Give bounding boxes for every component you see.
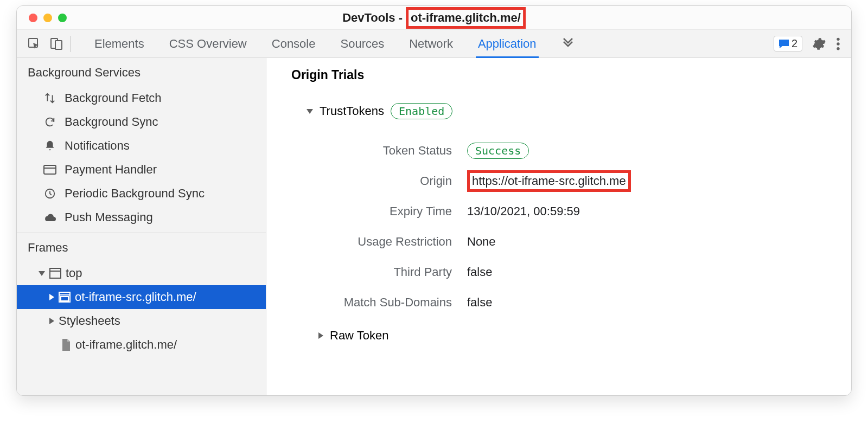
tab-elements[interactable]: Elements (94, 30, 144, 57)
tab-network[interactable]: Network (409, 30, 453, 57)
title-prefix: DevTools - (342, 11, 403, 25)
chevron-right-icon (318, 332, 323, 339)
detail-value: false (467, 265, 492, 279)
bg-services-title: Background Services (17, 58, 266, 86)
toolbar-right: 2 (774, 36, 840, 52)
trial-name: TrustTokens (320, 104, 384, 118)
raw-token-row[interactable]: Raw Token (318, 329, 829, 343)
detail-label: Expiry Time (288, 204, 467, 218)
sidebar-item-label: Push Messaging (65, 210, 153, 224)
frame-top[interactable]: top (17, 261, 266, 285)
cloud-icon (43, 213, 57, 222)
sidebar-item-label: Notifications (65, 139, 130, 153)
frame-label: Stylesheets (59, 314, 120, 328)
row-third-party: Third Party false (288, 257, 829, 287)
arrows-updown-icon (43, 92, 57, 104)
body: Background Services Background Fetch Bac… (17, 58, 851, 395)
svg-rect-13 (61, 297, 68, 301)
bell-icon (43, 140, 57, 152)
detail-value: 13/10/2021, 00:59:59 (467, 204, 580, 218)
tab-application[interactable]: Application (478, 30, 537, 57)
detail-label: Origin (288, 174, 467, 188)
chevron-down-icon (39, 271, 45, 276)
detail-label: Token Status (288, 144, 467, 158)
tab-css-overview[interactable]: CSS Overview (169, 30, 247, 57)
frame-stylesheets[interactable]: Stylesheets (17, 309, 266, 333)
device-toggle-icon[interactable] (50, 37, 62, 50)
chevron-right-icon (49, 318, 54, 324)
svg-rect-2 (55, 41, 62, 49)
trial-row[interactable]: TrustTokens Enabled (307, 103, 829, 119)
row-usage-restriction: Usage Restriction None (288, 227, 829, 257)
sidebar: Background Services Background Fetch Bac… (17, 58, 266, 395)
row-expiry: Expiry Time 13/10/2021, 00:59:59 (288, 196, 829, 227)
svg-point-4 (837, 42, 839, 45)
file-icon (61, 339, 71, 351)
sidebar-item-background-fetch[interactable]: Background Fetch (17, 86, 266, 110)
svg-rect-6 (44, 165, 56, 174)
sidebar-item-periodic-sync[interactable]: Periodic Background Sync (17, 182, 266, 205)
row-token-status: Token Status Success (288, 136, 829, 166)
tabs-overflow[interactable] (561, 30, 575, 57)
chevron-right-icon (49, 294, 54, 300)
title-highlight: ot-iframe.glitch.me/ (406, 7, 526, 29)
frames-title: Frames (17, 233, 266, 261)
sidebar-item-label: Background Fetch (65, 91, 162, 105)
detail-label: Match Sub-Domains (288, 295, 467, 310)
main-panel: Origin Trials TrustTokens Enabled Token … (266, 58, 851, 395)
tab-console[interactable]: Console (272, 30, 316, 57)
frame-file[interactable]: ot-iframe.glitch.me/ (17, 333, 266, 357)
svg-point-3 (837, 37, 839, 40)
row-origin: Origin https://ot-iframe-src.glitch.me (288, 166, 829, 196)
row-match-subdomains: Match Sub-Domains false (288, 287, 829, 318)
sidebar-item-notifications[interactable]: Notifications (17, 134, 266, 158)
frame-selected[interactable]: ot-iframe-src.glitch.me/ (17, 285, 266, 309)
enabled-badge: Enabled (391, 103, 452, 119)
issues-count: 2 (792, 37, 797, 50)
zoom-button[interactable] (58, 14, 67, 22)
close-button[interactable] (29, 14, 37, 22)
traffic-lights (29, 14, 67, 22)
titlebar: DevTools - ot-iframe.glitch.me/ (17, 6, 851, 30)
gear-icon[interactable] (812, 37, 826, 51)
toolbar: Elements CSS Overview Console Sources Ne… (17, 30, 851, 58)
detail-value: false (467, 295, 492, 310)
devtools-window: DevTools - ot-iframe.glitch.me/ Elements… (16, 5, 852, 396)
kebab-menu-icon[interactable] (836, 37, 840, 51)
refresh-icon (43, 116, 57, 128)
detail-label: Third Party (288, 265, 467, 279)
origin-trials-heading: Origin Trials (291, 68, 829, 82)
frame-label: ot-iframe-src.glitch.me/ (75, 290, 196, 304)
tab-sources[interactable]: Sources (340, 30, 384, 57)
frame-label: top (66, 266, 82, 280)
window-title: DevTools - ot-iframe.glitch.me/ (342, 7, 526, 29)
tool-icons (28, 36, 71, 52)
clock-icon (43, 188, 57, 200)
detail-value: None (467, 235, 496, 249)
svg-point-5 (837, 47, 839, 49)
raw-token-label: Raw Token (330, 329, 388, 343)
sidebar-item-label: Payment Handler (65, 163, 157, 177)
frame-label: ot-iframe.glitch.me/ (75, 338, 177, 352)
card-icon (43, 164, 57, 175)
sidebar-item-label: Background Sync (65, 115, 158, 129)
panel-tabs: Elements CSS Overview Console Sources Ne… (94, 30, 767, 57)
iframe-icon (59, 292, 71, 303)
minimize-button[interactable] (43, 14, 52, 22)
sidebar-item-background-sync[interactable]: Background Sync (17, 110, 266, 134)
window-icon (49, 268, 61, 279)
issues-badge[interactable]: 2 (774, 36, 802, 52)
origin-value: https://ot-iframe-src.glitch.me (467, 170, 631, 192)
svg-rect-9 (50, 268, 61, 278)
success-badge: Success (467, 143, 529, 159)
sidebar-item-payment-handler[interactable]: Payment Handler (17, 158, 266, 182)
sidebar-item-label: Periodic Background Sync (65, 187, 205, 201)
chevron-down-icon (307, 109, 313, 114)
detail-label: Usage Restriction (288, 235, 467, 249)
sidebar-item-push-messaging[interactable]: Push Messaging (17, 205, 266, 229)
inspect-icon[interactable] (28, 37, 41, 50)
